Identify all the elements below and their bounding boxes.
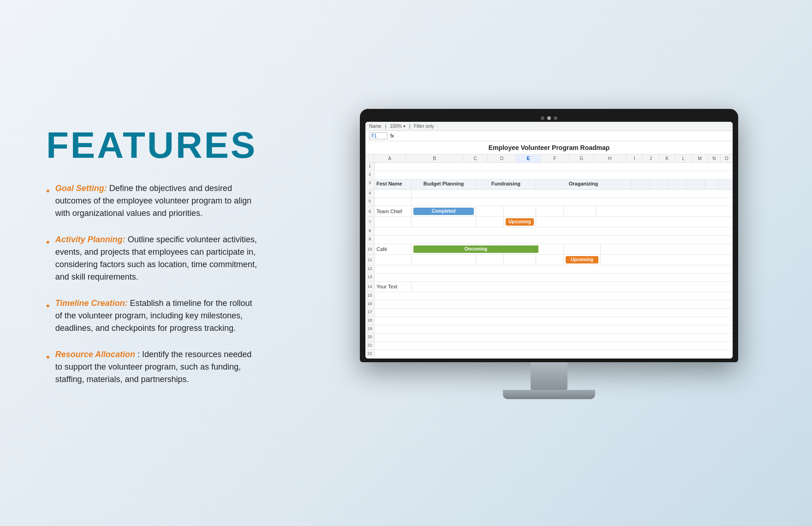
- row-cells: [375, 300, 733, 308]
- table-row: 3 Fest Name Budget Planning Fundraising …: [365, 179, 733, 190]
- row-num: 7: [365, 217, 375, 227]
- table-row: 6 Team Chief Completed: [365, 206, 733, 217]
- row-num: 14: [365, 282, 375, 292]
- monitor-screen: Name | 100% ▾ | Filter only F1 fx Employ…: [360, 109, 738, 362]
- col-c: C: [463, 155, 488, 162]
- row-cells: [375, 317, 733, 325]
- row-cells: [375, 227, 733, 235]
- col-i: I: [627, 155, 643, 162]
- row-cells: [375, 309, 733, 317]
- col-o: O: [721, 155, 733, 162]
- row-num: 1: [365, 163, 375, 171]
- feature-text-4: Resource Allocation : Identify the resou…: [55, 348, 258, 386]
- table-row: 17: [365, 309, 733, 317]
- empty-col: [687, 179, 705, 189]
- row-cells: [375, 342, 733, 350]
- spreadsheet-toolbar: Name | 100% ▾ | Filter only: [365, 122, 733, 131]
- gantt-cell: [412, 217, 476, 227]
- table-row: 21: [365, 342, 733, 350]
- row-cell: [375, 255, 412, 265]
- cafe-cell: Café: [375, 245, 412, 253]
- list-item: • Resource Allocation : Identify the res…: [46, 348, 258, 386]
- gantt-cell-budget: Completed: [412, 206, 476, 216]
- col-k: K: [659, 155, 675, 162]
- toolbar-sep: |: [385, 124, 387, 129]
- col-header-row: A B C D E F G H I J K L M N O: [365, 155, 733, 163]
- toolbar-view: Filter only: [414, 124, 434, 129]
- right-panel: Name | 100% ▾ | Filter only F1 fx Employ…: [286, 0, 812, 526]
- monitor-stand-neck: [531, 362, 567, 390]
- col-h: H: [594, 155, 627, 162]
- feature-bold-2: Activity Planning:: [55, 235, 125, 244]
- col-a: A: [374, 155, 406, 162]
- formula-bar: F1 fx: [365, 131, 733, 141]
- row-num: 11: [365, 255, 375, 265]
- toolbar-sep: |: [409, 124, 411, 129]
- row-num: 6: [365, 206, 375, 216]
- toolbar-name: Name: [369, 124, 382, 129]
- table-row: 4: [365, 190, 733, 198]
- row-num: 21: [365, 342, 375, 350]
- fundraising-header: Fundraising: [476, 179, 536, 189]
- your-text-cell: Your Text: [375, 282, 412, 291]
- row-num: 5: [365, 198, 375, 206]
- table-row: 11 Upcoming: [365, 255, 733, 265]
- table-row: 12: [365, 265, 733, 274]
- oncoming-bar: Oncoming: [413, 245, 538, 253]
- monitor-light: [541, 116, 544, 120]
- spreadsheet: Name | 100% ▾ | Filter only F1 fx Employ…: [365, 122, 733, 359]
- row-cells: [375, 236, 733, 244]
- row-num: 13: [365, 274, 375, 281]
- empty-col: [631, 179, 650, 189]
- list-item: • Timeline Creation: Establish a timelin…: [46, 297, 258, 335]
- bullet-icon: •: [46, 234, 50, 250]
- cell-reference: F1: [369, 132, 388, 139]
- left-panel: FEATURES • Goal Setting: Define the obje…: [0, 99, 286, 427]
- col-d: D: [488, 155, 516, 162]
- gantt-cell: [412, 255, 476, 265]
- fest-name-header: Fest Name: [375, 179, 412, 189]
- row-cells: [375, 163, 733, 171]
- table-row: 2: [365, 171, 733, 179]
- row-cell: [375, 190, 412, 197]
- row-num: 19: [365, 325, 375, 333]
- gantt-cell-organizing: [564, 244, 601, 254]
- table-row: 16: [365, 300, 733, 309]
- upcoming-bar-cafe: Upcoming: [566, 256, 598, 263]
- table-row: 15: [365, 292, 733, 300]
- gantt-cell-fundraising: [504, 206, 536, 216]
- col-g: G: [569, 155, 594, 162]
- row-num: 17: [365, 309, 375, 317]
- gantt-cell: [504, 255, 536, 265]
- row-cells: [375, 325, 733, 333]
- list-item: • Activity Planning: Outline specific vo…: [46, 233, 258, 283]
- row-cells: [375, 265, 733, 273]
- row-num: 12: [365, 265, 375, 273]
- feature-bold-4: Resource Allocation: [55, 350, 135, 359]
- gantt-cell: [476, 217, 504, 227]
- spreadsheet-container: Name | 100% ▾ | Filter only F1 fx Employ…: [365, 122, 733, 359]
- row-num: 9: [365, 236, 375, 244]
- col-n: N: [708, 155, 721, 162]
- formula-content: fx: [390, 133, 394, 138]
- upcoming-bar: Upcoming: [506, 218, 534, 226]
- row-num: 22: [365, 350, 375, 359]
- row-cells: [375, 292, 733, 300]
- gantt-cell: [476, 206, 504, 216]
- gantt-cell-oncoming-start: Oncoming: [412, 244, 476, 254]
- monitor-light: [547, 116, 551, 120]
- feature-text-2: Activity Planning: Outline specific volu…: [55, 233, 258, 283]
- row-num: 4: [365, 190, 375, 197]
- completed-bar: Completed: [413, 208, 474, 215]
- row-cells: [412, 198, 733, 206]
- budget-planning-header: Budget Planning: [412, 179, 476, 189]
- table-row: 10 Café Oncoming: [365, 244, 733, 255]
- feature-text-3: Timeline Creation: Establish a timeline …: [55, 297, 258, 335]
- col-m: M: [692, 155, 708, 162]
- bullet-icon: •: [46, 298, 50, 313]
- empty-col: [668, 179, 687, 189]
- row-num: 3: [365, 179, 375, 189]
- organizing-header: Oraganizing: [536, 179, 631, 189]
- bullet-icon: •: [46, 183, 50, 198]
- gantt-cell: [476, 255, 504, 265]
